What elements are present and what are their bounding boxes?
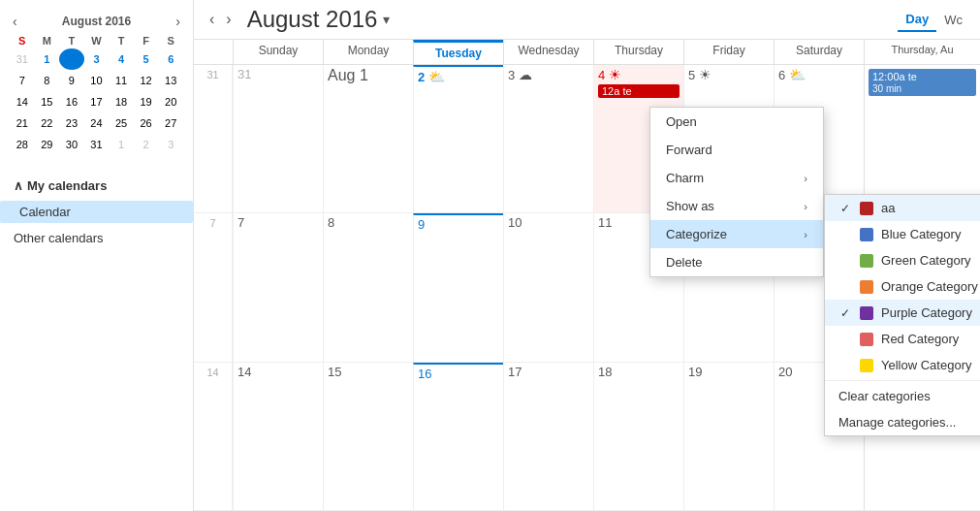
mini-cal-day[interactable]: 2 — [59, 48, 84, 70]
mini-cal-day[interactable]: 20 — [158, 91, 183, 112]
mini-cal-day[interactable]: 31 — [10, 48, 35, 70]
mini-calendar: ‹ August 2016 › S M T W T F S 31123456 — [0, 8, 193, 161]
header-tuesday: Tuesday — [413, 40, 503, 64]
cat-swatch-yellow — [860, 359, 873, 372]
categorize-submenu: ✓ aa Blue Category Green Category Orange… — [824, 194, 980, 436]
calendar-item[interactable]: Calendar — [0, 201, 193, 223]
manage-categories[interactable]: Manage categories... — [825, 409, 980, 435]
day-view-btn[interactable]: Day — [898, 8, 936, 32]
mini-cal-day[interactable]: 10 — [84, 70, 110, 91]
dow-sun: S — [10, 33, 35, 48]
list-item[interactable]: 19 — [683, 363, 774, 510]
list-item[interactable]: 3 ☁ — [503, 65, 593, 212]
mini-cal-day[interactable]: 3 — [84, 48, 110, 70]
cat-swatch-blue — [860, 228, 873, 241]
ctx-open[interactable]: Open — [650, 108, 823, 136]
list-item[interactable]: 10 — [503, 213, 593, 361]
date-label: 9 — [418, 217, 499, 232]
mini-cal-day[interactable]: 13 — [158, 70, 183, 91]
cat-green[interactable]: Green Category — [825, 247, 980, 273]
cat-orange[interactable]: Orange Category — [825, 273, 980, 300]
date-label: 31 — [237, 67, 319, 81]
mini-cal-next[interactable]: › — [173, 14, 183, 29]
mini-cal-day[interactable]: 21 — [10, 112, 35, 134]
date-label: 10 — [508, 215, 589, 230]
mini-cal-day[interactable]: 19 — [134, 91, 159, 112]
check-icon: ✓ — [838, 306, 852, 320]
date-label: 4 ☀ — [598, 67, 680, 82]
ctx-delete[interactable]: Delete — [650, 248, 823, 276]
right-event[interactable]: 12:00a te30 min — [869, 69, 976, 96]
list-item[interactable]: 16 — [413, 363, 503, 510]
mini-cal-day[interactable]: 29 — [35, 134, 60, 155]
mini-cal-day[interactable]: 14 — [10, 91, 35, 112]
mini-cal-day[interactable]: 15 — [35, 91, 60, 112]
check-icon: ✓ — [838, 202, 852, 215]
cat-label: Orange Category — [881, 279, 978, 294]
header-thursday: Thursday — [593, 40, 683, 64]
week-num: 14 — [194, 363, 233, 510]
date-label: 5 ☀ — [688, 67, 770, 82]
list-item[interactable]: 17 — [503, 363, 593, 510]
date-label: 8 — [328, 215, 409, 230]
list-item[interactable]: 9 — [413, 213, 503, 361]
list-item[interactable]: 15 — [323, 363, 413, 510]
mini-cal-day[interactable]: 17 — [84, 91, 110, 112]
main-title[interactable]: August 2016 ▾ — [247, 6, 391, 33]
mini-cal-day[interactable]: 6 — [158, 48, 183, 70]
cat-aa[interactable]: ✓ aa — [825, 195, 980, 221]
mini-cal-day[interactable]: 11 — [109, 70, 134, 91]
list-item[interactable]: 18 — [593, 363, 683, 510]
mini-cal-day[interactable]: 28 — [10, 134, 35, 155]
mini-cal-day[interactable]: 8 — [35, 70, 60, 91]
mini-cal-prev[interactable]: ‹ — [10, 14, 20, 29]
cat-blue[interactable]: Blue Category — [825, 221, 980, 247]
weather-icon: ⛅ — [789, 67, 806, 82]
mini-cal-day[interactable]: 18 — [109, 91, 134, 112]
nav-next-btn[interactable]: › — [220, 7, 237, 32]
mini-cal-day[interactable]: 3 — [158, 134, 183, 155]
my-calendars-toggle[interactable]: ∧ My calendars — [14, 178, 179, 193]
mini-cal-day[interactable]: 1 — [35, 48, 60, 70]
mini-cal-day[interactable]: 22 — [35, 112, 60, 134]
dow-mon: M — [35, 33, 60, 48]
mini-cal-day[interactable]: 4 — [109, 48, 134, 70]
mini-cal-day[interactable]: 1 — [109, 134, 134, 155]
cat-red[interactable]: Red Category — [825, 326, 980, 352]
mini-cal-day[interactable]: 24 — [84, 112, 110, 134]
ctx-forward[interactable]: Forward — [650, 136, 823, 164]
date-label: 6 ⛅ — [778, 67, 860, 82]
mini-cal-day[interactable]: 31 — [84, 134, 110, 155]
date-label: 15 — [328, 365, 409, 379]
ctx-show-as[interactable]: Show as › — [650, 192, 823, 220]
mini-cal-day[interactable]: 23 — [59, 112, 84, 134]
week-num: 31 — [194, 65, 233, 212]
nav-prev-btn[interactable]: ‹ — [204, 7, 220, 32]
header-monday: Monday — [323, 40, 413, 64]
mini-cal-day[interactable]: 16 — [59, 91, 84, 112]
mini-cal-day[interactable]: 5 — [134, 48, 159, 70]
mini-cal-day[interactable]: 12 — [134, 70, 159, 91]
list-item[interactable]: 7 — [233, 213, 323, 361]
cat-swatch-purple — [860, 306, 873, 320]
mini-cal-day[interactable]: 30 — [59, 134, 84, 155]
list-item[interactable]: 14 — [233, 363, 323, 510]
mini-cal-day[interactable]: 2 — [134, 134, 159, 155]
calendar-event[interactable]: 12a te — [598, 84, 680, 98]
list-item[interactable]: 2 ⛅ — [413, 65, 503, 212]
mini-cal-day[interactable]: 7 — [10, 70, 35, 91]
mini-cal-day[interactable]: 25 — [109, 112, 134, 134]
list-item[interactable]: Aug 1 — [323, 65, 413, 212]
date-label: 19 — [688, 365, 770, 379]
cat-purple[interactable]: ✓ Purple Category — [825, 300, 980, 326]
cat-yellow[interactable]: Yellow Category — [825, 352, 980, 378]
list-item[interactable]: 8 — [323, 213, 413, 361]
mini-cal-day[interactable]: 9 — [59, 70, 84, 91]
mini-cal-day[interactable]: 27 — [158, 112, 183, 134]
ctx-categorize[interactable]: Categorize › — [650, 220, 823, 248]
clear-categories[interactable]: Clear categories — [825, 383, 980, 409]
list-item[interactable]: 31 — [233, 65, 323, 212]
mini-cal-day[interactable]: 26 — [134, 112, 159, 134]
ctx-charm[interactable]: Charm › — [650, 164, 823, 192]
week-view-btn[interactable]: Wc — [936, 8, 970, 32]
